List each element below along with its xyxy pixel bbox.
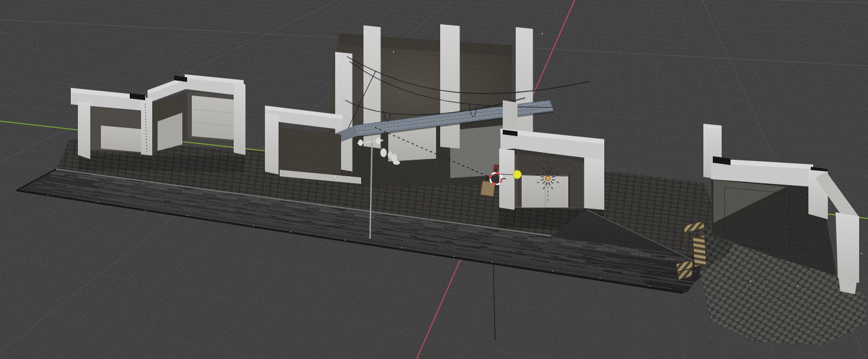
blender-3d-viewport[interactable] [0,0,868,359]
film-grain [0,0,868,359]
scene-canvas [0,0,868,359]
